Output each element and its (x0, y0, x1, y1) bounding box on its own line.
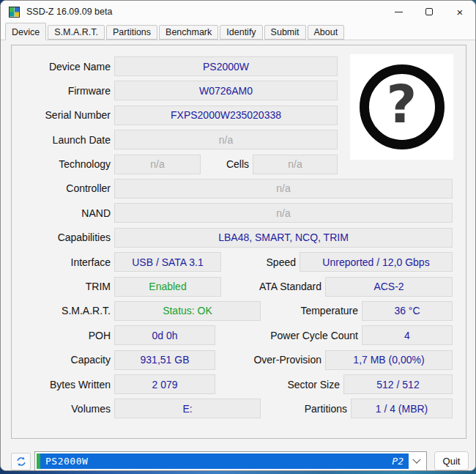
volumes-label: Volumes (12, 403, 114, 415)
capabilities-label: Capabilities (12, 232, 114, 243)
technology-label: Technology (12, 158, 114, 170)
volumes-value: E: (114, 399, 261, 418)
device-name-value: PS2000W (114, 56, 338, 76)
device-info-groupbox: Device Name PS2000W Firmware W0726AM0 Se… (11, 45, 466, 439)
app-icon (9, 7, 20, 18)
device-name-label: Device Name (12, 61, 114, 73)
serial-number-value: FXPS2000W235020338 (114, 105, 338, 125)
speed-value: Unreported / 12,0 Gbps (300, 252, 453, 272)
field-row-poh-pcc: POH 0d 0h Power Cycle Count 4 (12, 325, 466, 345)
maximize-button[interactable] (414, 1, 445, 23)
tab-partitions[interactable]: Partitions (106, 25, 157, 40)
title-bar: SSD-Z 16.09.09 beta × (1, 1, 475, 23)
question-mark-icon: ? (360, 64, 445, 149)
capacity-label: Capacity (12, 354, 114, 366)
nand-label: NAND (12, 207, 114, 219)
drive-selector-badge: P2 (392, 456, 409, 467)
power-cycle-count-value: 4 (362, 325, 453, 345)
over-provision-value: 1,7 MB (0,00%) (325, 350, 453, 370)
tab-strip: Device S.M.A.R.T. Partitions Benchmark I… (1, 23, 475, 40)
field-row-capacity-op: Capacity 931,51 GB Over-Provision 1,7 MB… (12, 350, 466, 370)
firmware-label: Firmware (12, 85, 114, 97)
temperature-label: Temperature (261, 305, 362, 316)
device-tab-page: Device Name PS2000W Firmware W0726AM0 Se… (1, 40, 475, 471)
ssdz-window: SSD-Z 16.09.09 beta × Device S.M.A.R.T. … (0, 0, 476, 471)
refresh-button[interactable] (11, 453, 31, 470)
poh-value: 0d 0h (114, 325, 215, 345)
ata-standard-value: ACS-2 (325, 277, 453, 297)
chevron-down-icon (412, 455, 420, 463)
over-provision-label: Over-Provision (215, 354, 325, 366)
cells-label: Cells (201, 158, 253, 170)
close-button[interactable]: × (445, 1, 475, 23)
technology-value: n/a (114, 155, 201, 174)
bytes-written-label: Bytes Written (12, 379, 114, 390)
launch-date-value: n/a (114, 130, 338, 149)
poh-label: POH (12, 330, 114, 341)
drive-selector-selection: PS2000W P2 (37, 453, 409, 469)
speed-label: Speed (221, 256, 300, 268)
temperature-value: 36 °C (362, 301, 453, 321)
field-row-controller: Controller n/a (12, 179, 466, 199)
window-title: SSD-Z 16.09.09 beta (26, 7, 383, 17)
field-row-smart-temperature: S.M.A.R.T. Status: OK Temperature 36 °C (12, 301, 466, 321)
device-image-placeholder: ? (350, 54, 453, 160)
field-row-bytes-sector: Bytes Written 2 079 Sector Size 512 / 51… (12, 374, 466, 394)
launch-date-label: Launch Date (12, 134, 114, 146)
controller-value: n/a (114, 179, 453, 199)
close-icon: × (457, 7, 464, 18)
interface-value: USB / SATA 3.1 (114, 252, 221, 272)
dropdown-arrow-button[interactable] (409, 453, 425, 469)
serial-number-label: Serial Number (12, 109, 114, 121)
ata-standard-label: ATA Standard (221, 281, 325, 292)
tab-smart[interactable]: S.M.A.R.T. (48, 25, 105, 40)
field-row-volumes-partitions: Volumes E: Partitions 1 / 4 (MBR) (12, 399, 466, 418)
partitions-value: 1 / 4 (MBR) (351, 399, 453, 418)
partitions-label: Partitions (261, 403, 351, 415)
interface-label: Interface (12, 256, 114, 268)
minimize-button[interactable] (383, 1, 414, 23)
capabilities-value: LBA48, SMART, NCQ, TRIM (114, 228, 453, 248)
tab-about[interactable]: About (308, 25, 345, 40)
tab-submit[interactable]: Submit (264, 25, 306, 40)
smart-label: S.M.A.R.T. (12, 305, 114, 316)
refresh-icon (15, 456, 27, 467)
tab-benchmark[interactable]: Benchmark (159, 25, 218, 40)
field-row-trim-ata: TRIM Enabled ATA Standard ACS-2 (12, 277, 466, 297)
sector-size-value: 512 / 512 (343, 374, 453, 394)
field-row-nand: NAND n/a (12, 203, 466, 223)
nand-value: n/a (114, 203, 453, 223)
quit-button[interactable]: Quit (434, 451, 469, 470)
field-row-interface-speed: Interface USB / SATA 3.1 Speed Unreporte… (12, 252, 466, 272)
trim-value: Enabled (114, 277, 221, 297)
tab-identify[interactable]: Identify (220, 25, 262, 40)
drive-selector-dropdown[interactable]: PS2000W P2 (34, 451, 427, 471)
field-row-capabilities: Capabilities LBA48, SMART, NCQ, TRIM (12, 228, 466, 248)
trim-label: TRIM (12, 281, 114, 292)
controller-label: Controller (12, 182, 114, 194)
sector-size-label: Sector Size (215, 379, 343, 390)
smart-status-value: Status: OK (114, 301, 261, 321)
firmware-value: W0726AM0 (114, 81, 338, 100)
maximize-icon (425, 8, 433, 15)
capacity-value: 931,51 GB (114, 350, 215, 370)
tab-device[interactable]: Device (5, 23, 46, 40)
drive-selector-value: PS2000W (40, 456, 392, 467)
minimize-icon (395, 12, 403, 12)
bytes-written-value: 2 079 (114, 374, 215, 394)
cells-value: n/a (253, 155, 338, 174)
power-cycle-count-label: Power Cycle Count (215, 330, 362, 341)
